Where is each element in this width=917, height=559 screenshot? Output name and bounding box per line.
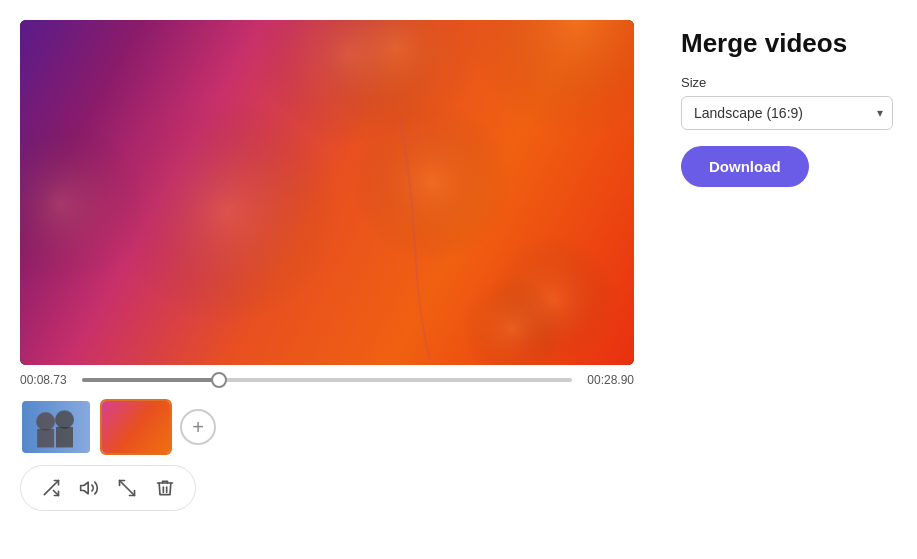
- crop-button[interactable]: [111, 472, 143, 504]
- video-canvas: [20, 20, 634, 365]
- size-select[interactable]: Landscape (16:9) Portrait (9:16) Square …: [681, 96, 893, 130]
- current-time-label: 00:08.73: [20, 373, 72, 387]
- plus-icon: +: [192, 416, 204, 439]
- video-preview: [20, 20, 634, 365]
- seek-bar-fill: [82, 378, 219, 382]
- volume-button[interactable]: [73, 472, 105, 504]
- thumb2-canvas: [102, 401, 170, 453]
- main-area: 00:08.73 00:28.90 +: [0, 0, 657, 559]
- thumbnail-1[interactable]: [20, 399, 92, 455]
- size-section: Size Landscape (16:9) Portrait (9:16) Sq…: [681, 75, 893, 130]
- total-time-label: 00:28.90: [582, 373, 634, 387]
- sidebar: Merge videos Size Landscape (16:9) Portr…: [657, 0, 917, 559]
- seek-handle[interactable]: [211, 372, 227, 388]
- thumbnail-2[interactable]: [100, 399, 172, 455]
- add-video-button[interactable]: +: [180, 409, 216, 445]
- page-title: Merge videos: [681, 28, 893, 59]
- timeline-row: 00:08.73 00:28.90: [20, 373, 634, 387]
- svg-line-3: [120, 481, 135, 496]
- volume-icon: [79, 478, 99, 498]
- delete-icon: [155, 478, 175, 498]
- size-label: Size: [681, 75, 893, 90]
- delete-button[interactable]: [149, 472, 181, 504]
- toolbar-row: [20, 465, 196, 511]
- crop-icon: [117, 478, 137, 498]
- shuffle-icon: [41, 478, 61, 498]
- svg-marker-2: [81, 482, 89, 494]
- download-button[interactable]: Download: [681, 146, 809, 187]
- thumbnails-row: +: [20, 399, 637, 455]
- thumb1-canvas: [22, 401, 90, 453]
- size-select-wrapper: Landscape (16:9) Portrait (9:16) Square …: [681, 96, 893, 130]
- shuffle-button[interactable]: [35, 472, 67, 504]
- seek-bar[interactable]: [82, 378, 572, 382]
